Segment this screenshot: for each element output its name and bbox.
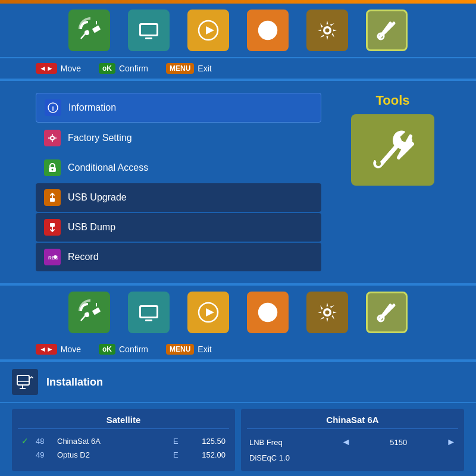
record-icon: REC (44, 249, 61, 265)
svg-text:i: i (52, 105, 54, 112)
menu-item-usb-dump[interactable]: USB Dump (36, 213, 321, 242)
svg-point-49 (325, 311, 330, 315)
sat-dir-1: E (173, 437, 185, 446)
tools-big-icon (351, 114, 434, 186)
svg-marker-42 (206, 308, 214, 317)
bottom-controls-bar: ◄► Move oK Confirm MENU Exit (0, 339, 476, 359)
main-content-area: i Information Factory Setting (0, 80, 476, 284)
menu-item-usb-upgrade[interactable]: USB Upgrade (36, 183, 321, 212)
bottom-confirm-control: oK Confirm (99, 344, 148, 355)
menu-information-label: Information (68, 102, 116, 113)
bottom-move-badge: ◄► (36, 344, 57, 355)
exit-label-top: Exit (198, 64, 211, 73)
sat-num-1: 48 (36, 437, 52, 446)
svg-rect-53 (17, 375, 29, 385)
menu-factory-label: Factory Setting (68, 133, 132, 143)
installation-header: Installation (0, 362, 476, 403)
move-control: ◄► Move (36, 63, 81, 74)
lnb-panel: ChinaSat 6A LNB Freq ◄ 5150 ► DiSEqC 1.0 (241, 409, 464, 471)
nav-tv-icon[interactable] (128, 10, 170, 51)
bottom-nav-tv-icon[interactable] (128, 292, 170, 333)
nav-network-icon[interactable] (247, 10, 289, 51)
menu-badge-top: MENU (166, 63, 194, 74)
usb-dump-icon (44, 219, 61, 236)
svg-rect-40 (145, 320, 152, 321)
info-icon: i (45, 99, 61, 116)
exit-label-bottom: Exit (198, 345, 211, 354)
sat-check-1: ✓ (21, 436, 31, 446)
tools-panel: Tools (345, 93, 440, 186)
svg-rect-1 (92, 26, 101, 33)
exit-control-top: MENU Exit (166, 63, 212, 74)
exit-control-bottom: MENU Exit (166, 344, 212, 355)
bottom-nav-bar (0, 286, 476, 339)
lnb-prev-arrow[interactable]: ◄ (342, 437, 351, 447)
menu-usb-upgrade-label: USB Upgrade (68, 192, 127, 203)
lnb-freq-label: LNB Freq (249, 438, 338, 447)
installation-icon (12, 369, 38, 395)
sat-dir-2: E (173, 450, 185, 459)
satellite-panel: Satellite ✓ 48 ChinaSat 6A E 125.50 49 O… (12, 409, 235, 471)
installation-title: Installation (46, 376, 103, 389)
menu-record-label: Record (68, 252, 99, 262)
bottom-nav-media-icon[interactable] (187, 292, 229, 333)
lnb-freq-value: 5150 (355, 438, 443, 447)
confirm-control: oK Confirm (99, 63, 148, 74)
move-badge: ◄► (36, 63, 57, 74)
sat-name-1: ChinaSat 6A (57, 437, 168, 446)
installation-section: Installation Satellite ✓ 48 ChinaSat 6A … (0, 361, 476, 476)
svg-point-27 (52, 169, 54, 171)
menu-usb-dump-label: USB Dump (68, 222, 115, 233)
svg-point-21 (51, 137, 54, 139)
svg-rect-5 (145, 37, 152, 39)
tools-title: Tools (375, 93, 409, 108)
nav-tools-icon[interactable] (366, 10, 408, 51)
menu-item-conditional-access[interactable]: Conditional Access (36, 154, 321, 182)
confirm-label-bottom: Confirm (119, 345, 148, 354)
menu-conditional-label: Conditional Access (68, 162, 148, 173)
sat-freq-1: 125.50 (190, 437, 226, 446)
sat-row-2[interactable]: 49 Optus D2 E 152.00 (18, 448, 229, 462)
lnb-diseqc-row: DiSEqC 1.0 (247, 450, 458, 465)
lnb-next-arrow[interactable]: ► (446, 437, 456, 447)
sat-name-2: Optus D2 (57, 450, 168, 459)
confirm-label-top: Confirm (119, 64, 148, 73)
usb-upgrade-icon (44, 189, 61, 206)
bottom-move-control: ◄► Move (36, 344, 81, 355)
factory-icon (44, 130, 61, 146)
tools-section: i Information Factory Setting (36, 93, 440, 271)
svg-marker-7 (206, 26, 214, 35)
ok-badge-top: oK (99, 63, 115, 74)
conditional-icon (44, 159, 61, 176)
nav-media-icon[interactable] (187, 10, 229, 51)
move-label: Move (61, 64, 81, 73)
sat-row-1[interactable]: ✓ 48 ChinaSat 6A E 125.50 (18, 434, 229, 448)
bottom-move-label: Move (61, 345, 81, 354)
menu-item-information[interactable]: i Information (36, 93, 321, 123)
top-controls-bar: ◄► Move oK Confirm MENU Exit (0, 58, 476, 79)
svg-rect-4 (141, 25, 156, 35)
svg-point-31 (54, 255, 57, 259)
menu-item-record[interactable]: REC Record (36, 243, 321, 271)
nav-settings-icon[interactable] (306, 10, 348, 51)
bottom-nav-satellite-icon[interactable] (68, 292, 110, 333)
bottom-nav-tools-icon[interactable] (366, 292, 408, 333)
svg-rect-36 (92, 308, 101, 315)
bottom-nav-settings-icon[interactable] (306, 292, 348, 333)
lnb-freq-row: LNB Freq ◄ 5150 ► (247, 434, 458, 450)
ok-badge-bottom: oK (99, 344, 115, 355)
sat-freq-2: 152.00 (190, 450, 226, 459)
svg-rect-39 (141, 307, 156, 317)
tools-menu-list: i Information Factory Setting (36, 93, 321, 271)
lnb-diseqc-label: DiSEqC 1.0 (249, 453, 456, 462)
bottom-nav-network-icon[interactable] (247, 292, 289, 333)
svg-point-32 (376, 161, 381, 166)
menu-item-factory-setting[interactable]: Factory Setting (36, 124, 321, 152)
nav-satellite-icon[interactable] (68, 10, 110, 51)
sat-num-2: 49 (36, 450, 52, 459)
top-nav-bar (0, 4, 476, 58)
satellite-panel-title: Satellite (18, 415, 229, 429)
svg-point-14 (325, 29, 330, 33)
menu-badge-bottom: MENU (166, 344, 194, 355)
installation-body: Satellite ✓ 48 ChinaSat 6A E 125.50 49 O… (0, 403, 476, 476)
